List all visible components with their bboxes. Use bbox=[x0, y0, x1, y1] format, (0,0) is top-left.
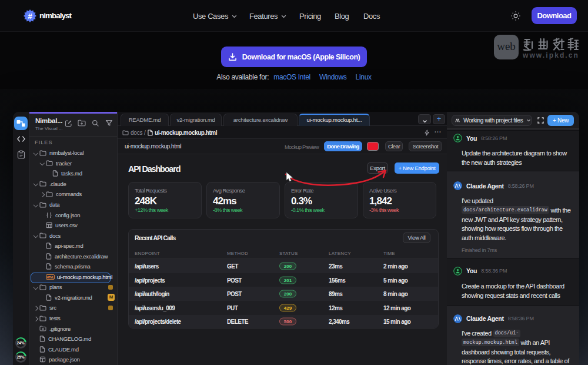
svg-text:#: # bbox=[28, 12, 32, 21]
svg-text:HTML: HTML bbox=[46, 276, 54, 279]
